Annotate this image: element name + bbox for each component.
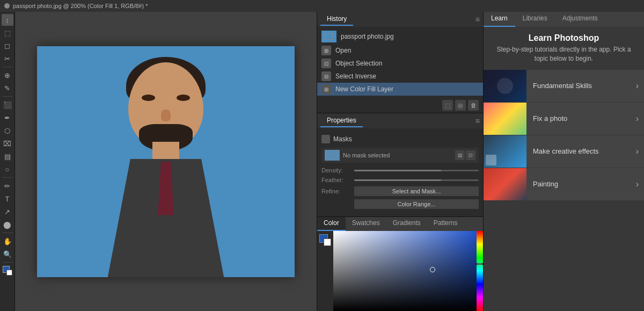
color-range-row: Color Range... — [321, 199, 479, 209]
toolbar-divider-3 — [2, 177, 13, 178]
learn-tabs: Learn Libraries Adjustments — [484, 12, 644, 27]
color-panel-section: Color Swatches Gradients Patterns — [317, 217, 483, 311]
hue-indicator — [477, 263, 483, 265]
center-panels: History ≡ passport photo.jpg ⊞ — [317, 12, 483, 311]
history-item-active[interactable]: ⊞ New Color Fill Layer — [317, 83, 483, 96]
brush-tool-icon[interactable]: ✒ — [2, 112, 13, 124]
refine-row: Refine: Select and Mask... — [321, 186, 479, 196]
title-bar-text: passport photo.jpg @ 200% (Color Fill 1,… — [13, 3, 148, 9]
history-new-snapshot-btn[interactable]: ⬚ — [442, 100, 453, 111]
mask-pixel-btn[interactable]: ▤ — [455, 150, 465, 160]
learn-title: Learn Photoshop — [484, 27, 644, 45]
eyedropper-tool-icon[interactable]: ✎ — [2, 82, 13, 94]
density-slider[interactable] — [354, 170, 479, 171]
history-item[interactable]: ⊞ Open — [317, 44, 483, 57]
learn-subtitle: Step-by-step tutorials directly in the a… — [484, 45, 644, 70]
select-and-mask-btn[interactable]: Select and Mask... — [354, 186, 479, 196]
learn-items-list: Fundamental Skills › Fix a photo › Make … — [484, 70, 644, 311]
feather-slider[interactable] — [354, 179, 479, 181]
mask-thumbnail — [325, 150, 340, 161]
crop-tool-icon[interactable]: ⊕ — [2, 69, 13, 81]
density-slider-track — [354, 170, 441, 171]
foreground-color-icon[interactable] — [2, 265, 13, 277]
masks-label: Masks — [333, 135, 352, 143]
learn-item-painting[interactable]: Painting › — [484, 168, 644, 200]
learn-tab-libraries[interactable]: Libraries — [515, 12, 555, 27]
type-tool-icon[interactable]: T — [2, 193, 13, 205]
hand-tool-icon[interactable]: ✋ — [2, 235, 13, 247]
history-item-label: Select Inverse — [335, 73, 376, 80]
learn-item-fix[interactable]: Fix a photo › — [484, 103, 644, 135]
density-row: Density: — [321, 167, 479, 173]
feather-slider-container — [354, 179, 479, 181]
hue-slider[interactable] — [477, 231, 483, 311]
path-select-tool-icon[interactable]: ↗ — [2, 206, 13, 218]
history-thumb — [321, 31, 336, 42]
shape-tool-icon[interactable]: ⬤ — [2, 219, 13, 230]
object-select-tool-icon[interactable]: ✂ — [2, 53, 13, 64]
properties-collapse-icon[interactable]: ≡ — [475, 117, 480, 125]
toolbar-divider-5 — [2, 262, 13, 263]
properties-tab-bar: Properties ≡ — [317, 113, 483, 128]
feather-row: Feather: — [321, 177, 479, 183]
density-label: Density: — [321, 167, 351, 173]
density-slider-container — [354, 170, 479, 171]
history-item[interactable]: ⊟ Select Inverse — [317, 70, 483, 83]
eraser-tool-icon[interactable]: ⌧ — [2, 138, 13, 149]
color-tab-gradients[interactable]: Gradients — [386, 217, 427, 231]
gradient-tool-icon[interactable]: ▤ — [2, 150, 13, 162]
history-new-state-btn[interactable]: ◎ — [455, 100, 466, 111]
background-swatch[interactable] — [324, 238, 331, 246]
learn-tab-adjustments[interactable]: Adjustments — [555, 12, 605, 27]
clone-stamp-tool-icon[interactable]: ⬡ — [2, 125, 13, 136]
learn-thumb-fundamental — [484, 70, 526, 102]
learn-item-fix-label: Fix a photo — [526, 114, 636, 122]
history-delete-btn[interactable]: 🗑 — [468, 100, 479, 111]
select-rect-tool-icon[interactable]: ⬚ — [2, 27, 13, 39]
history-collapse-icon[interactable]: ≡ — [475, 15, 480, 24]
canvas-area[interactable] — [15, 12, 317, 311]
toolbar-divider-2 — [2, 96, 13, 97]
properties-tabs: Properties — [320, 114, 363, 127]
passport-photo — [37, 46, 295, 277]
color-tab-swatches[interactable]: Swatches — [346, 217, 386, 231]
learn-item-creative[interactable]: Make creative effects › — [484, 135, 644, 168]
zoom-tool-icon[interactable]: 🔍 — [2, 248, 13, 260]
refine-label: Refine: — [321, 188, 351, 194]
learn-item-fundamental[interactable]: Fundamental Skills › — [484, 70, 644, 102]
learn-tab-learn[interactable]: Learn — [484, 12, 515, 27]
dodge-tool-icon[interactable]: ○ — [2, 163, 13, 175]
color-controls — [317, 231, 333, 311]
learn-item-creative-label: Make creative effects — [526, 147, 636, 155]
color-tab-color[interactable]: Color — [317, 217, 346, 231]
move-tool-icon[interactable]: ↕ — [2, 14, 13, 26]
learn-item-painting-arrow: › — [636, 179, 644, 189]
fg-bg-swatch — [319, 234, 331, 246]
color-tab-patterns[interactable]: Patterns — [427, 217, 464, 231]
learn-item-creative-arrow: › — [636, 147, 644, 156]
feather-label: Feather: — [321, 177, 351, 183]
color-spectrum — [333, 231, 483, 311]
color-range-btn[interactable]: Color Range... — [354, 199, 479, 209]
history-item-label: New Color Fill Layer — [335, 85, 393, 93]
color-panel-body — [317, 231, 483, 311]
history-panel: History ≡ passport photo.jpg ⊞ — [317, 12, 483, 113]
learn-panel: Learn Libraries Adjustments Learn Photos… — [483, 12, 644, 311]
toolbar-divider-1 — [2, 67, 13, 67]
history-tab-bar: History ≡ — [317, 12, 483, 27]
person-figure — [85, 52, 246, 277]
spot-heal-tool-icon[interactable]: ⬛ — [2, 99, 13, 111]
mask-vector-btn[interactable]: ⊡ — [466, 150, 475, 160]
close-button[interactable] — [4, 3, 10, 9]
pen-tool-icon[interactable]: ✏ — [2, 180, 13, 192]
lasso-tool-icon[interactable]: ◻ — [2, 40, 13, 52]
history-item-label: Object Selection — [335, 60, 382, 67]
properties-tab[interactable]: Properties — [320, 114, 363, 127]
history-tab[interactable]: History — [320, 13, 353, 26]
color-picker-area[interactable] — [333, 231, 483, 311]
history-list: passport photo.jpg ⊞ Open ⊡ Object Selec… — [317, 27, 483, 98]
masks-header: Masks — [321, 133, 479, 148]
history-item[interactable]: passport photo.jpg — [317, 29, 483, 44]
learn-item-fix-arrow: › — [636, 114, 644, 124]
history-item[interactable]: ⊡ Object Selection — [317, 57, 483, 70]
